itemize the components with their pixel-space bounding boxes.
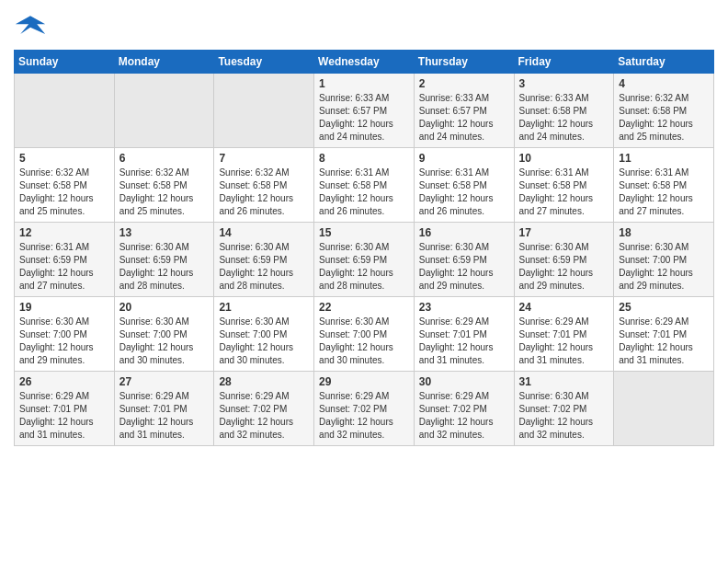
week-row-2: 5Sunrise: 6:32 AMSunset: 6:58 PMDaylight…: [15, 148, 714, 223]
day-number: 29: [319, 375, 409, 388]
calendar-cell: 24Sunrise: 6:29 AMSunset: 7:01 PMDayligh…: [514, 297, 614, 372]
day-info: Sunrise: 6:32 AMSunset: 6:58 PMDaylight:…: [619, 92, 709, 144]
week-row-4: 19Sunrise: 6:30 AMSunset: 7:00 PMDayligh…: [15, 297, 714, 372]
calendar-cell: 25Sunrise: 6:29 AMSunset: 7:01 PMDayligh…: [614, 297, 714, 372]
week-row-1: 1Sunrise: 6:33 AMSunset: 6:57 PMDaylight…: [15, 74, 714, 148]
calendar-cell: 22Sunrise: 6:30 AMSunset: 7:00 PMDayligh…: [314, 297, 415, 372]
day-info: Sunrise: 6:30 AMSunset: 6:59 PMDaylight:…: [319, 241, 409, 293]
logo-icon: [14, 9, 47, 42]
logo: [14, 9, 51, 42]
day-number: 11: [619, 152, 709, 165]
header-cell-thursday: Thursday: [414, 51, 514, 74]
header: [14, 9, 714, 42]
day-info: Sunrise: 6:31 AMSunset: 6:58 PMDaylight:…: [419, 167, 509, 218]
day-info: Sunrise: 6:29 AMSunset: 7:01 PMDaylight:…: [419, 316, 509, 367]
day-number: 7: [219, 152, 309, 165]
day-number: 15: [319, 226, 409, 239]
day-info: Sunrise: 6:30 AMSunset: 7:00 PMDaylight:…: [219, 316, 309, 367]
day-info: Sunrise: 6:31 AMSunset: 6:58 PMDaylight:…: [519, 167, 609, 218]
calendar-cell: 8Sunrise: 6:31 AMSunset: 6:58 PMDaylight…: [314, 148, 415, 223]
calendar-cell: 16Sunrise: 6:30 AMSunset: 6:59 PMDayligh…: [414, 223, 514, 297]
day-number: 4: [619, 77, 709, 90]
day-number: 26: [19, 375, 109, 388]
day-info: Sunrise: 6:33 AMSunset: 6:58 PMDaylight:…: [519, 92, 609, 144]
day-info: Sunrise: 6:29 AMSunset: 7:02 PMDaylight:…: [219, 390, 309, 442]
day-number: 14: [219, 226, 309, 239]
calendar-cell: 5Sunrise: 6:32 AMSunset: 6:58 PMDaylight…: [15, 148, 115, 223]
day-number: 23: [419, 301, 509, 314]
calendar-cell: 26Sunrise: 6:29 AMSunset: 7:01 PMDayligh…: [15, 372, 115, 446]
day-number: 18: [619, 226, 709, 239]
calendar-cell: 20Sunrise: 6:30 AMSunset: 7:00 PMDayligh…: [114, 297, 214, 372]
day-info: Sunrise: 6:31 AMSunset: 6:58 PMDaylight:…: [319, 167, 409, 218]
day-number: 27: [119, 375, 210, 388]
day-info: Sunrise: 6:32 AMSunset: 6:58 PMDaylight:…: [219, 167, 309, 218]
day-info: Sunrise: 6:33 AMSunset: 6:57 PMDaylight:…: [319, 92, 409, 144]
page: SundayMondayTuesdayWednesdayThursdayFrid…: [0, 0, 728, 460]
calendar-cell: 19Sunrise: 6:30 AMSunset: 7:00 PMDayligh…: [15, 297, 115, 372]
day-info: Sunrise: 6:31 AMSunset: 6:59 PMDaylight:…: [19, 241, 109, 293]
day-info: Sunrise: 6:30 AMSunset: 6:59 PMDaylight:…: [519, 241, 609, 293]
calendar-cell: 14Sunrise: 6:30 AMSunset: 6:59 PMDayligh…: [214, 223, 314, 297]
day-number: 24: [519, 301, 609, 314]
day-info: Sunrise: 6:30 AMSunset: 6:59 PMDaylight:…: [219, 241, 309, 293]
calendar-cell: [114, 74, 214, 148]
day-number: 16: [419, 226, 509, 239]
day-info: Sunrise: 6:30 AMSunset: 6:59 PMDaylight:…: [419, 241, 509, 293]
header-cell-tuesday: Tuesday: [214, 51, 314, 74]
week-row-3: 12Sunrise: 6:31 AMSunset: 6:59 PMDayligh…: [15, 223, 714, 297]
day-number: 28: [219, 375, 309, 388]
day-number: 2: [419, 77, 509, 90]
day-info: Sunrise: 6:29 AMSunset: 7:01 PMDaylight:…: [19, 390, 109, 442]
day-info: Sunrise: 6:29 AMSunset: 7:01 PMDaylight:…: [519, 316, 609, 367]
day-number: 31: [519, 375, 609, 388]
day-number: 1: [319, 77, 409, 90]
calendar-cell: 21Sunrise: 6:30 AMSunset: 7:00 PMDayligh…: [214, 297, 314, 372]
header-cell-friday: Friday: [514, 51, 614, 74]
day-info: Sunrise: 6:30 AMSunset: 7:00 PMDaylight:…: [619, 241, 709, 293]
calendar-cell: 11Sunrise: 6:31 AMSunset: 6:58 PMDayligh…: [614, 148, 714, 223]
calendar-cell: 2Sunrise: 6:33 AMSunset: 6:57 PMDaylight…: [414, 74, 514, 148]
calendar-cell: [15, 74, 115, 148]
day-info: Sunrise: 6:29 AMSunset: 7:02 PMDaylight:…: [319, 390, 409, 442]
day-number: 8: [319, 152, 409, 165]
calendar-cell: 30Sunrise: 6:29 AMSunset: 7:02 PMDayligh…: [414, 372, 514, 446]
calendar-cell: 1Sunrise: 6:33 AMSunset: 6:57 PMDaylight…: [314, 74, 415, 148]
day-number: 9: [419, 152, 509, 165]
day-number: 17: [519, 226, 609, 239]
day-info: Sunrise: 6:32 AMSunset: 6:58 PMDaylight:…: [19, 167, 109, 218]
calendar-cell: 31Sunrise: 6:30 AMSunset: 7:02 PMDayligh…: [514, 372, 614, 446]
calendar-cell: 3Sunrise: 6:33 AMSunset: 6:58 PMDaylight…: [514, 74, 614, 148]
calendar-cell: [614, 372, 714, 446]
day-info: Sunrise: 6:30 AMSunset: 6:59 PMDaylight:…: [119, 241, 210, 293]
day-number: 19: [19, 301, 109, 314]
calendar-cell: 4Sunrise: 6:32 AMSunset: 6:58 PMDaylight…: [614, 74, 714, 148]
calendar-cell: 10Sunrise: 6:31 AMSunset: 6:58 PMDayligh…: [514, 148, 614, 223]
day-info: Sunrise: 6:30 AMSunset: 7:00 PMDaylight:…: [119, 316, 210, 367]
day-info: Sunrise: 6:32 AMSunset: 6:58 PMDaylight:…: [119, 167, 210, 218]
calendar-cell: 12Sunrise: 6:31 AMSunset: 6:59 PMDayligh…: [15, 223, 115, 297]
calendar-cell: 28Sunrise: 6:29 AMSunset: 7:02 PMDayligh…: [214, 372, 314, 446]
header-cell-sunday: Sunday: [15, 51, 115, 74]
calendar-cell: 6Sunrise: 6:32 AMSunset: 6:58 PMDaylight…: [114, 148, 214, 223]
calendar-cell: 17Sunrise: 6:30 AMSunset: 6:59 PMDayligh…: [514, 223, 614, 297]
calendar-cell: 13Sunrise: 6:30 AMSunset: 6:59 PMDayligh…: [114, 223, 214, 297]
calendar-cell: 27Sunrise: 6:29 AMSunset: 7:01 PMDayligh…: [114, 372, 214, 446]
day-info: Sunrise: 6:31 AMSunset: 6:58 PMDaylight:…: [619, 167, 709, 218]
calendar-table: SundayMondayTuesdayWednesdayThursdayFrid…: [14, 50, 714, 446]
calendar-cell: 7Sunrise: 6:32 AMSunset: 6:58 PMDaylight…: [214, 148, 314, 223]
calendar-cell: 18Sunrise: 6:30 AMSunset: 7:00 PMDayligh…: [614, 223, 714, 297]
day-number: 3: [519, 77, 609, 90]
day-number: 13: [119, 226, 210, 239]
calendar-cell: [214, 74, 314, 148]
day-info: Sunrise: 6:29 AMSunset: 7:01 PMDaylight:…: [619, 316, 709, 367]
calendar-cell: 29Sunrise: 6:29 AMSunset: 7:02 PMDayligh…: [314, 372, 415, 446]
day-number: 10: [519, 152, 609, 165]
day-info: Sunrise: 6:30 AMSunset: 7:02 PMDaylight:…: [519, 390, 609, 442]
week-row-5: 26Sunrise: 6:29 AMSunset: 7:01 PMDayligh…: [15, 372, 714, 446]
day-number: 12: [19, 226, 109, 239]
day-number: 20: [119, 301, 210, 314]
day-number: 6: [119, 152, 210, 165]
day-number: 22: [319, 301, 409, 314]
day-info: Sunrise: 6:29 AMSunset: 7:02 PMDaylight:…: [419, 390, 509, 442]
